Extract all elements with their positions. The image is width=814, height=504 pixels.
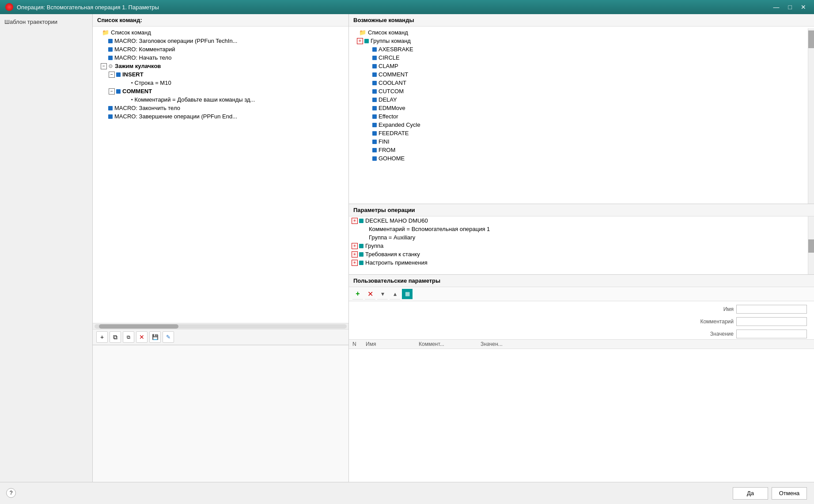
- list-item[interactable]: MACRO: Комментарий: [93, 45, 348, 53]
- name-input[interactable]: [736, 305, 807, 314]
- comment-input[interactable]: [736, 317, 807, 326]
- value-input[interactable]: [736, 330, 807, 338]
- list-item[interactable]: − INSERT: [93, 70, 348, 79]
- center-panel: Список команд: 📁 Список команд MACRO: За…: [93, 14, 349, 482]
- col-comment-header: Коммент...: [419, 341, 481, 347]
- tree-root-label: Список команд: [111, 29, 151, 36]
- requirements-label: Требования к станку: [365, 251, 420, 258]
- expand-settings-icon[interactable]: +: [352, 260, 358, 266]
- save-button[interactable]: 💾: [149, 331, 161, 343]
- list-item[interactable]: EDMMove: [349, 104, 808, 112]
- horizontal-scrollbar[interactable]: [93, 323, 348, 329]
- command-coolant: COOLANT: [379, 80, 406, 86]
- list-item[interactable]: GOHOME: [349, 154, 808, 163]
- group-node[interactable]: + Группа: [349, 242, 808, 250]
- main-content: Шаблон траектории Список команд: 📁 Списо…: [0, 14, 814, 482]
- possible-commands-root[interactable]: 📁 Список команд: [349, 28, 808, 37]
- expand-groups-icon[interactable]: +: [357, 38, 363, 44]
- list-item[interactable]: FINI: [349, 137, 808, 146]
- expand-icon[interactable]: −: [101, 63, 107, 69]
- user-move-down-button[interactable]: ▾: [377, 289, 388, 299]
- params-scrollbar[interactable]: [808, 216, 814, 274]
- minimize-button[interactable]: —: [771, 3, 782, 11]
- command-clamp: CLAMP: [379, 63, 398, 69]
- name-row: Имя: [677, 304, 810, 315]
- value-string-label: Строка = М10: [135, 80, 171, 86]
- comment-label: Комментарий: [681, 318, 734, 325]
- possible-commands-header: Возможные команды: [349, 14, 814, 27]
- user-delete-button[interactable]: ✕: [365, 289, 375, 299]
- macro-end-label: MACRO: Завершение операции (PPFun End...: [114, 113, 237, 120]
- value-label: Значение: [681, 331, 734, 337]
- list-item[interactable]: FROM: [349, 146, 808, 154]
- tree-root[interactable]: 📁 Список команд: [93, 28, 348, 37]
- user-table-button[interactable]: ▦: [402, 289, 413, 299]
- expand-group-node-icon[interactable]: +: [352, 243, 358, 249]
- command-delay: DELAY: [379, 96, 397, 103]
- user-params-table: N Имя Коммент... Значен...: [349, 339, 814, 482]
- user-add-button[interactable]: +: [352, 289, 363, 299]
- help-button[interactable]: ?: [6, 488, 16, 498]
- list-item[interactable]: COMMENT: [349, 70, 808, 79]
- list-item[interactable]: CUTCOM: [349, 87, 808, 95]
- expand-machine-icon[interactable]: +: [352, 218, 358, 224]
- group-param-row[interactable]: Группа = Auxiliary: [349, 233, 808, 242]
- list-item[interactable]: − COMMENT: [93, 87, 348, 95]
- list-item[interactable]: MACRO: Начать тело: [93, 53, 348, 62]
- user-move-up-button[interactable]: ▴: [390, 289, 400, 299]
- group-node-label: Группа: [365, 243, 383, 249]
- help-icon-label: ?: [10, 490, 13, 496]
- list-item[interactable]: • Строка = М10: [93, 79, 348, 87]
- delete-button[interactable]: ✕: [136, 331, 148, 343]
- command-edmmove: EDMMove: [379, 105, 405, 111]
- value-row: Значение: [677, 329, 810, 339]
- list-item[interactable]: • Комментарий = Добавьте ваши команды зд…: [93, 95, 348, 104]
- ok-button[interactable]: Да: [733, 487, 768, 500]
- expand-requirements-icon[interactable]: +: [352, 251, 358, 258]
- comment-param-label: Комментарий = Вспомогательная операция 1: [369, 226, 490, 232]
- macro-body-end-label: MACRO: Закончить тело: [114, 105, 180, 111]
- right-commands-scrollbar[interactable]: [808, 28, 814, 204]
- operation-params-header: Параметры операции: [349, 204, 814, 216]
- cancel-button[interactable]: Отмена: [772, 487, 807, 500]
- list-item[interactable]: AXESBRAKE: [349, 45, 808, 53]
- list-item[interactable]: Expanded Cycle: [349, 121, 808, 129]
- list-item[interactable]: − ⚙ Зажим кулачков: [93, 62, 348, 70]
- list-item[interactable]: CIRCLE: [349, 53, 808, 62]
- command-groups-label: Группы команд: [371, 38, 411, 44]
- comment-param-row[interactable]: Комментарий = Вспомогательная операция 1: [349, 225, 808, 233]
- command-axesbrake: AXESBRAKE: [379, 46, 413, 53]
- list-item[interactable]: MACRO: Заголовок операции (PPFun TechIn.…: [93, 37, 348, 45]
- macro-header-label: MACRO: Заголовок операции (PPFun TechIn.…: [114, 38, 237, 44]
- macro-body-start-label: MACRO: Начать тело: [114, 54, 172, 61]
- machine-node[interactable]: + DECKEL MAHO DMU60: [349, 216, 808, 225]
- edit-button[interactable]: ✎: [163, 331, 174, 343]
- settings-node[interactable]: + Настроить применения: [349, 258, 808, 267]
- list-item[interactable]: DELAY: [349, 95, 808, 104]
- expand-icon[interactable]: −: [109, 88, 115, 95]
- command-from: FROM: [379, 147, 395, 153]
- list-item[interactable]: MACRO: Завершение операции (PPFun End...: [93, 112, 348, 121]
- expand-icon[interactable]: −: [109, 72, 115, 78]
- command-groups-node[interactable]: + Группы команд: [349, 37, 808, 45]
- settings-label: Настроить применения: [365, 259, 428, 266]
- command-fini: FINI: [379, 138, 390, 145]
- list-item[interactable]: CLAMP: [349, 62, 808, 70]
- possible-commands-root-label: Список команд: [368, 29, 408, 36]
- list-item[interactable]: Effector: [349, 112, 808, 121]
- paste-button[interactable]: ⧉: [123, 331, 134, 343]
- col-name-header: Имя: [366, 341, 419, 347]
- list-item[interactable]: FEEDRATE: [349, 129, 808, 137]
- copy-button[interactable]: ⧉: [110, 331, 121, 343]
- col-value-header: Значен...: [481, 341, 810, 347]
- add-button[interactable]: +: [96, 331, 108, 343]
- requirements-node[interactable]: + Требования к станку: [349, 250, 808, 258]
- commands-tree: 📁 Список команд MACRO: Заголовок операци…: [93, 27, 348, 323]
- maximize-button[interactable]: □: [786, 3, 795, 11]
- close-button[interactable]: ✕: [798, 3, 809, 11]
- list-item[interactable]: MACRO: Закончить тело: [93, 104, 348, 112]
- list-item[interactable]: COOLANT: [349, 79, 808, 87]
- value-comment-label: Комментарий = Добавьте ваши команды зд..…: [135, 96, 255, 103]
- group-param-label: Группа = Auxiliary: [369, 234, 415, 241]
- command-effector: Effector: [379, 113, 398, 120]
